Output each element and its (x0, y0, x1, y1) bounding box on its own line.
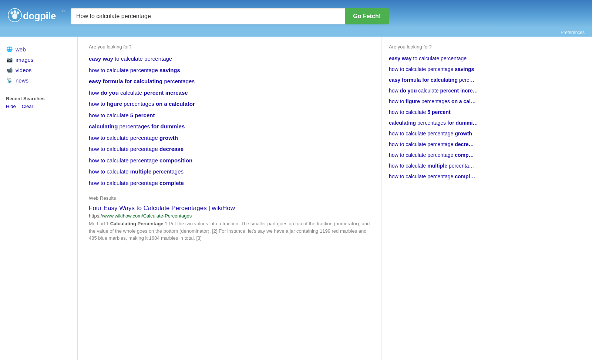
sidebar: 🌐 web 📷 images 📹 videos 📡 news Recent Se… (0, 37, 78, 360)
right-suggestion-item[interactable]: how to calculate percentage decre… (389, 139, 500, 150)
news-icon: 📡 (6, 77, 13, 84)
right-are-you-looking-label: Are you looking for? (389, 44, 500, 50)
clear-link[interactable]: Clear (22, 104, 33, 109)
result-url: https://www.wikihow.com/Calculate-Percen… (89, 213, 370, 219)
right-suggestion-item[interactable]: calculating percentages for dummi… (389, 118, 500, 128)
camera-icon: 📷 (6, 56, 13, 63)
recent-actions: Hide Clear (6, 104, 71, 109)
right-suggestion-item[interactable]: how to calculate multiple percenta… (389, 161, 500, 171)
right-suggestion-item[interactable]: how to calculate 5 percent (389, 107, 500, 118)
svg-point-2 (11, 11, 13, 14)
recent-searches-label: Recent Searches (6, 96, 71, 101)
search-bar: Go Fetch! (71, 8, 389, 24)
svg-text:dogpile: dogpile (23, 10, 56, 21)
suggestion-item[interactable]: how to calculate percentage decrease (89, 144, 370, 155)
right-suggestion-item[interactable]: how do you calculate percent incre… (389, 85, 500, 96)
right-sidebar: Are you looking for? easy way to calcula… (381, 37, 507, 360)
sidebar-videos-label: videos (16, 67, 31, 73)
main-content: Are you looking for? easy way to calcula… (78, 37, 381, 360)
go-fetch-button[interactable]: Go Fetch! (345, 8, 389, 24)
nav-divider (6, 85, 71, 93)
sidebar-images-label: images (16, 57, 33, 63)
right-suggestion-item[interactable]: how to calculate percentage growth (389, 128, 500, 139)
video-icon: 📹 (6, 67, 13, 73)
sidebar-item-web[interactable]: 🌐 web (6, 44, 71, 54)
sidebar-item-videos[interactable]: 📹 videos (6, 65, 71, 75)
right-suggestion-item[interactable]: how to figure percentages on a cal… (389, 96, 500, 107)
dogpile-logo: dogpile ® (7, 7, 65, 26)
right-suggestion-item[interactable]: how to calculate percentage savings (389, 64, 500, 75)
web-results-label: Web Results (89, 195, 370, 201)
svg-point-3 (14, 10, 16, 13)
are-you-looking-label: Are you looking for? (89, 44, 370, 50)
hide-link[interactable]: Hide (6, 104, 16, 109)
preferences-bar: Preferences (0, 28, 592, 37)
svg-text:®: ® (62, 9, 65, 13)
results-list: Four Easy Ways to Calculate Percentages … (89, 205, 370, 242)
suggestion-item[interactable]: how to calculate multiple percentages (89, 166, 370, 178)
right-suggestion-item[interactable]: easy formula for calculating perc… (389, 75, 500, 85)
suggestion-item[interactable]: how do you calculate percent increase (89, 87, 370, 99)
svg-point-4 (17, 11, 19, 14)
right-suggestions-list: easy way to calculate percentagehow to c… (389, 53, 500, 182)
sidebar-item-news[interactable]: 📡 news (6, 75, 71, 85)
suggestion-item[interactable]: how to calculate percentage growth (89, 132, 370, 144)
right-suggestion-item[interactable]: how to calculate percentage comp… (389, 150, 500, 161)
suggestions-list: easy way to calculate percentagehow to c… (89, 53, 370, 189)
preferences-link[interactable]: Preferences (561, 30, 585, 35)
search-input[interactable] (71, 8, 345, 24)
result-item: Four Easy Ways to Calculate Percentages … (89, 205, 370, 242)
right-suggestion-item[interactable]: how to calculate percentage compl… (389, 171, 500, 182)
suggestion-item[interactable]: how to calculate percentage savings (89, 65, 370, 76)
suggestion-item[interactable]: how to calculate 5 percent (89, 110, 370, 121)
globe-icon: 🌐 (6, 46, 13, 53)
suggestion-item[interactable]: easy way to calculate percentage (89, 53, 370, 65)
sidebar-item-images[interactable]: 📷 images (6, 54, 71, 65)
sidebar-web-label: web (16, 46, 26, 53)
header: dogpile ® Go Fetch! (0, 0, 592, 28)
suggestion-item[interactable]: how to figure percentages on a calculato… (89, 98, 370, 110)
suggestion-item[interactable]: calculating percentages for dummies (89, 121, 370, 132)
logo-area: dogpile ® (7, 7, 65, 26)
suggestion-item[interactable]: how to calculate percentage composition (89, 155, 370, 166)
right-suggestion-item[interactable]: easy way to calculate percentage (389, 53, 500, 64)
result-title[interactable]: Four Easy Ways to Calculate Percentages … (89, 205, 370, 212)
main-layout: 🌐 web 📷 images 📹 videos 📡 news Recent Se… (0, 37, 592, 360)
sidebar-news-label: news (16, 77, 28, 84)
suggestion-item[interactable]: how to calculate percentage complete (89, 178, 370, 189)
svg-point-1 (12, 13, 17, 19)
suggestion-item[interactable]: easy formula for calculating percentages (89, 76, 370, 87)
result-snippet: Method 1 Calculating Percentage 1 Put th… (89, 220, 370, 242)
